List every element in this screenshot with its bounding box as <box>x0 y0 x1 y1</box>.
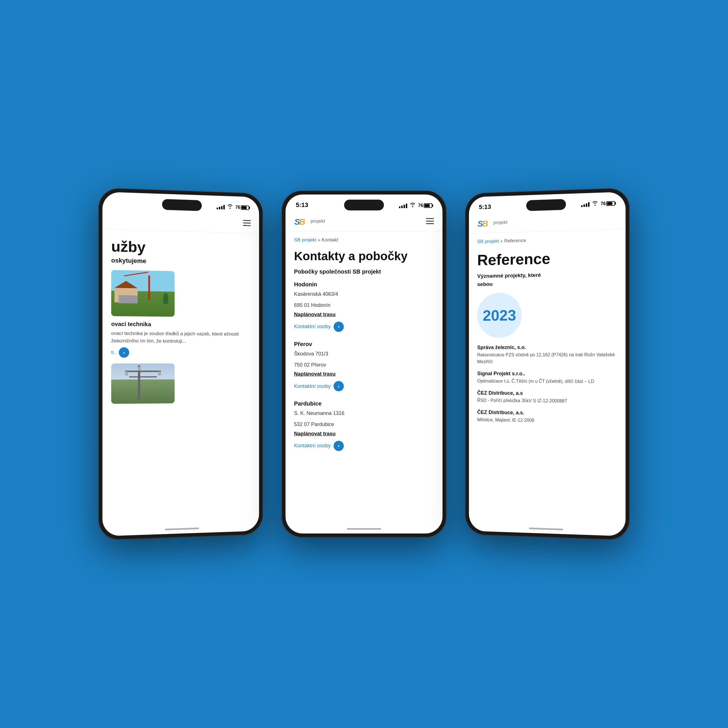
railway-image <box>111 270 174 317</box>
ref-item-1: Správa železnic, s.o. Rekonstrukce PZS v… <box>477 344 617 365</box>
breadcrumb-home-right[interactable]: SB projekt <box>477 238 499 244</box>
reference-page-content: SB projekt » Reference Reference Významn… <box>469 229 626 527</box>
logo-svg-right: S B <box>477 217 492 228</box>
left-phone-screen: 76 užby oskytujeme <box>102 192 259 536</box>
home-bar-right <box>529 528 563 530</box>
dynamic-island-left <box>162 199 202 211</box>
battery-left: 76 <box>236 205 249 210</box>
contacts-title: Kontakty a pobočky <box>294 250 434 263</box>
nav-bar-center: S B projekt <box>286 211 442 231</box>
left-phone-wrapper: 76 užby oskytujeme <box>98 188 263 541</box>
ref-item-3: ČEZ Distribuce, a.s ŘSD - Poříčí přeložk… <box>477 390 617 405</box>
battery-pct-right: 76 <box>601 201 606 206</box>
logo-right: S B projekt <box>477 217 507 228</box>
prerov-plan[interactable]: Naplánovat trasu <box>294 371 336 377</box>
left-phone-frame: 76 užby oskytujeme <box>98 188 263 541</box>
hodonim-contacts-btn[interactable]: Kontaktní osoby › <box>294 322 434 332</box>
wifi-icon-left <box>227 203 233 210</box>
year-circle: 2023 <box>477 292 522 338</box>
ref-item-4: ČEZ Distribuce, a.s. Miřetice, Majlant; … <box>477 409 617 425</box>
hamburger-line-1 <box>243 220 251 221</box>
cross-arm-2 <box>129 376 157 377</box>
ref-desc-4: Miřetice, Majlant; IE-12-2008 <box>477 416 617 425</box>
breadcrumb-current-right: Reference <box>504 238 526 244</box>
logo-projekt-right: projekt <box>493 220 507 225</box>
center-phone-frame: 5:13 76 <box>281 191 447 537</box>
time-right: 5:13 <box>479 203 491 211</box>
ref-desc-2: Optimalizace t.ú. Č.Těšín (m u ČT (včetn… <box>477 378 617 385</box>
breadcrumb-sep-right: » <box>500 238 504 244</box>
pardubice-arrow: › <box>333 441 344 451</box>
hodonin-addr1: Kasárenská 4063/4 <box>294 290 434 298</box>
hamburger-line-c3 <box>426 223 434 224</box>
service-1-desc: ovací technika je soubor tředků a jejich… <box>111 330 251 345</box>
ref-desc-3: ŘSD - Poříčí přeložka 35kV S IZ-12-20008… <box>477 397 617 405</box>
pardubice-addr2: 532 07 Pardubice <box>294 420 434 428</box>
battery-body-right <box>606 201 615 206</box>
cross-arm-1 <box>125 370 161 372</box>
prerov-addr1: Škodova 701/3 <box>294 350 434 358</box>
hamburger-line-3 <box>243 225 251 226</box>
tree-shape <box>163 293 168 304</box>
hodonin-name: Hodonín <box>294 281 434 288</box>
year-text: 2023 <box>483 306 516 324</box>
dynamic-island-right <box>526 199 566 211</box>
hodonim-contacts-label: Kontaktní osoby <box>294 324 331 330</box>
right-phone-screen: 5:13 76 <box>469 192 626 536</box>
prerov-name: Přerov <box>294 341 434 347</box>
service-1-title: ovací technika <box>111 321 251 329</box>
signal-icon-center <box>399 203 407 208</box>
pardubice-name: Pardubice <box>294 401 434 407</box>
pardubice-addr1: S. K. Neumanna 1316 <box>294 409 434 418</box>
breadcrumb-home-center[interactable]: SB projekt <box>294 237 316 243</box>
pardubice-contacts-btn[interactable]: Kontaktní osoby › <box>294 441 434 451</box>
prerov-contacts-label: Kontaktní osoby <box>294 383 331 389</box>
read-more-arrow-1: › <box>119 347 129 358</box>
ref-item-2: Signal Projekt s.r.o.. Optimalizace t.ú.… <box>477 370 617 385</box>
power-image <box>111 363 174 404</box>
car-shape <box>119 295 138 303</box>
ref-company-2: Signal Projekt s.r.o.. <box>477 370 617 377</box>
hodonim-plan[interactable]: Naplánovat trasu <box>294 312 336 318</box>
wifi-icon-right <box>592 200 598 207</box>
read-more-text-1: ti.. <box>111 350 116 355</box>
ins-1 <box>125 372 128 375</box>
breadcrumb-right: SB projekt » Reference <box>477 236 617 245</box>
hamburger-line-c1 <box>426 218 434 219</box>
services-content: užby oskytujeme ovací technik <box>102 229 259 527</box>
logo-svg-center: S B <box>294 216 309 226</box>
battery-pct-center: 76 <box>418 203 423 208</box>
hamburger-menu-left[interactable] <box>243 220 251 226</box>
svg-text:B: B <box>482 219 488 228</box>
signal-icon-left <box>217 204 225 210</box>
contacts-page-content: SB projekt » Kontakt Kontakty a pobočky … <box>286 231 442 525</box>
time-center: 5:13 <box>296 201 308 209</box>
ref-company-1: Správa železnic, s.o. <box>477 344 617 351</box>
read-more-btn-1[interactable]: ti.. › <box>111 347 251 358</box>
hamburger-menu-center[interactable] <box>426 218 434 224</box>
hodonin-addr2: 695 01 Hodonín <box>294 301 434 309</box>
services-title: užby <box>111 238 251 258</box>
wifi-icon-center <box>410 202 416 209</box>
breadcrumb-current-center: Kontakt <box>322 237 338 243</box>
home-bar-center <box>347 528 381 530</box>
right-phone-wrapper: 5:13 76 <box>465 188 630 541</box>
reference-title: Reference <box>477 248 617 269</box>
logo-projekt-center: projekt <box>310 219 325 224</box>
reference-subtitle-1: Významné projekty, které <box>477 270 617 280</box>
hamburger-line-2 <box>243 222 251 223</box>
prerov-contacts-btn[interactable]: Kontaktní osoby › <box>294 381 434 391</box>
ref-desc-1: Rekonstrukce PZS včetně po 12,162 (P7426… <box>477 351 617 365</box>
location-hodonin: Hodonín Kasárenská 4063/4 695 01 Hodonín… <box>294 281 434 332</box>
status-icons-left: 76 <box>217 203 249 211</box>
building-roof-shape <box>114 281 138 288</box>
contacts-subtitle: Pobočky společnosti SB projekt <box>294 268 434 275</box>
center-phone-screen: 5:13 76 <box>286 194 442 534</box>
pardubice-plan[interactable]: Naplánovat trasu <box>294 431 336 437</box>
svg-text:B: B <box>299 217 306 226</box>
battery-center: 76 <box>418 203 432 208</box>
battery-body-center <box>424 203 432 208</box>
status-icons-center: 76 <box>399 202 432 209</box>
right-phone-frame: 5:13 76 <box>465 188 630 541</box>
pardubice-contacts-label: Kontaktní osoby <box>294 443 331 449</box>
